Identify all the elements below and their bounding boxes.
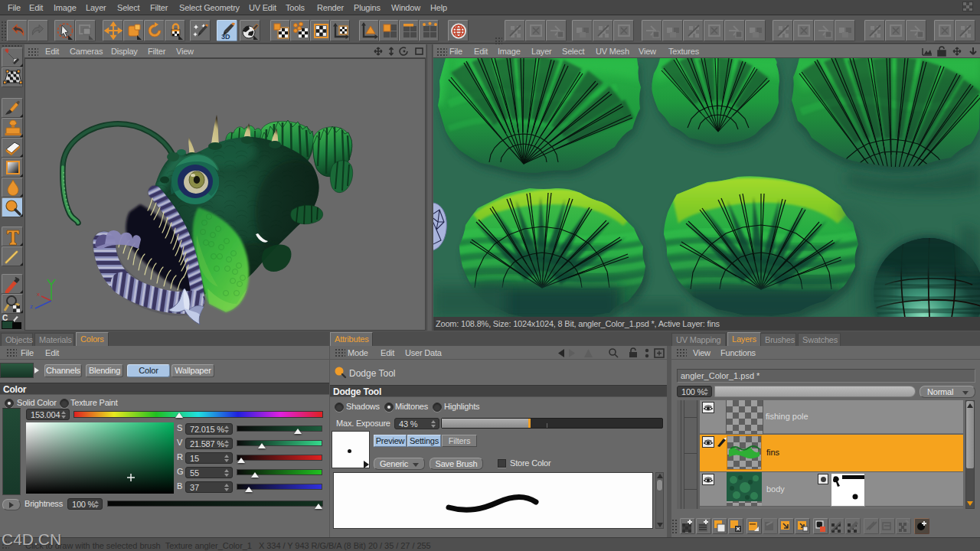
svg-text:z: z	[30, 303, 33, 310]
svg-text:x: x	[37, 291, 40, 298]
svg-text:3D: 3D	[221, 33, 230, 41]
